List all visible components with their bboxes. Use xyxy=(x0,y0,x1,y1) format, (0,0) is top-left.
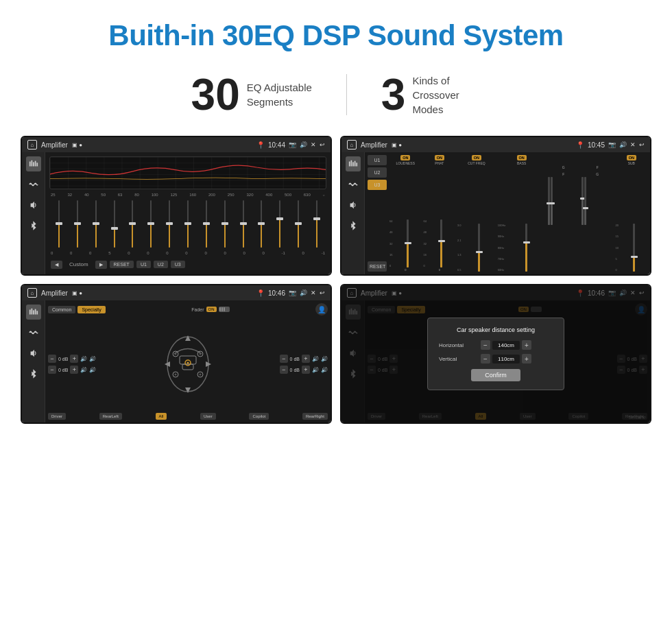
volume-icon-1: 🔊 xyxy=(300,141,307,148)
svg-rect-15 xyxy=(33,310,34,314)
svg-rect-8 xyxy=(350,160,352,167)
screen1: ⌂ Amplifier ▣ ● 📍 10:44 📷 🔊 ✕ ↩ xyxy=(21,136,332,276)
slider-13[interactable] xyxy=(272,200,288,248)
header-section: Buith-in 30EQ DSP Sound System xyxy=(0,0,672,59)
bluetooth-icon[interactable] xyxy=(26,218,41,233)
slider-2[interactable] xyxy=(69,200,86,248)
screen3-statusbar: ⌂ Amplifier ▣ ● 📍 10:46 📷 🔊 ✕ ↩ xyxy=(22,285,331,300)
eq-icon-2[interactable] xyxy=(346,156,361,171)
sliders-container xyxy=(49,200,326,248)
minus-left-1[interactable]: − xyxy=(48,355,56,363)
reset-btn[interactable]: RESET xyxy=(110,261,134,268)
bluetooth-icon-3[interactable] xyxy=(26,366,41,381)
horizontal-minus[interactable]: − xyxy=(481,340,490,350)
slider-4[interactable] xyxy=(106,200,123,248)
minus-left-2[interactable]: − xyxy=(48,366,56,374)
wave-icon-3[interactable] xyxy=(26,325,41,340)
u2-btn[interactable]: U2 xyxy=(154,261,168,268)
svg-point-23 xyxy=(187,362,189,364)
svg-rect-3 xyxy=(34,161,36,167)
horizontal-plus[interactable]: + xyxy=(522,340,531,350)
dialog-vertical-row: Vertical − 110cm + xyxy=(439,354,553,363)
slider-8[interactable] xyxy=(180,200,196,248)
channel-loudness: ON LOUDNESS 644832160 0 xyxy=(389,155,422,272)
play-icons-2: ▣ ● xyxy=(392,142,402,148)
minus-right-2[interactable]: − xyxy=(280,366,288,374)
plus-right-1[interactable]: + xyxy=(302,355,310,363)
car-diagram xyxy=(160,330,215,398)
slider-11[interactable] xyxy=(235,200,252,248)
driver-btn[interactable]: Driver xyxy=(48,413,66,420)
u1-preset[interactable]: U1 xyxy=(368,155,387,165)
slider-6[interactable] xyxy=(143,200,159,248)
screenshots-grid: ⌂ Amplifier ▣ ● 📍 10:44 📷 🔊 ✕ ↩ xyxy=(0,136,672,438)
slider-5[interactable] xyxy=(124,200,141,248)
play-icons-1: ▣ ● xyxy=(72,142,82,148)
u1-btn[interactable]: U1 xyxy=(136,261,151,268)
svg-marker-18 xyxy=(30,350,34,357)
svg-rect-13 xyxy=(29,310,30,315)
u3-btn[interactable]: U3 xyxy=(171,261,185,268)
slider-3[interactable] xyxy=(88,200,104,248)
svg-marker-32 xyxy=(185,335,191,341)
copilot-btn[interactable]: Copilot xyxy=(249,413,269,420)
plus-left-1[interactable]: + xyxy=(70,355,78,363)
all-btn[interactable]: All xyxy=(156,413,167,420)
stat-eq-number: 30 xyxy=(191,73,240,117)
rearright-btn[interactable]: RearRight xyxy=(302,413,328,420)
svg-rect-9 xyxy=(352,162,354,166)
speaker-icon-3[interactable] xyxy=(26,346,41,361)
slider-9[interactable] xyxy=(198,200,215,248)
wave-icon[interactable] xyxy=(26,177,41,192)
minus-right-1[interactable]: − xyxy=(280,355,288,363)
plus-left-2[interactable]: + xyxy=(70,366,78,374)
bluetooth-icon-2[interactable] xyxy=(346,218,361,233)
slider-14[interactable] xyxy=(290,200,307,248)
slider-10[interactable] xyxy=(217,200,233,248)
vertical-minus[interactable]: − xyxy=(481,354,490,363)
wave-icon-2[interactable] xyxy=(346,177,361,192)
slider-1[interactable] xyxy=(51,200,67,248)
speaker-icon[interactable] xyxy=(26,198,41,213)
svg-rect-11 xyxy=(356,163,357,166)
user-icon[interactable]: 👤 xyxy=(315,303,328,315)
svg-rect-0 xyxy=(29,162,30,167)
next-btn[interactable]: ▶ xyxy=(95,261,107,269)
svg-marker-5 xyxy=(30,202,34,209)
slider-7[interactable] xyxy=(161,200,178,248)
reset-preset[interactable]: RESET xyxy=(368,261,387,272)
common-btn[interactable]: Common xyxy=(48,306,75,313)
fader-label: Fader xyxy=(191,307,204,312)
specialty-btn[interactable]: Specialty xyxy=(77,306,105,313)
svg-point-29 xyxy=(175,374,177,376)
prev-btn[interactable]: ◀ xyxy=(51,261,62,269)
slider-values: 000500 000000 -10-1 xyxy=(49,251,326,255)
vertical-label: Vertical xyxy=(439,356,477,362)
plus-right-2[interactable]: + xyxy=(302,366,310,374)
eq-icon[interactable] xyxy=(26,156,41,171)
u2-preset[interactable]: U2 xyxy=(368,167,387,178)
home-icon[interactable]: ⌂ xyxy=(27,140,37,150)
volume-icon-2: 🔊 xyxy=(619,141,627,148)
slider-12[interactable] xyxy=(253,200,269,248)
home-icon-3[interactable]: ⌂ xyxy=(27,288,37,298)
db-right-1: − 0 dB + 🔊 🔊 xyxy=(280,355,328,363)
stats-row: 30 EQ AdjustableSegments 3 Kinds ofCross… xyxy=(0,59,672,136)
u3-preset[interactable]: U3 xyxy=(368,180,387,190)
svg-rect-2 xyxy=(33,162,34,166)
svg-marker-33 xyxy=(185,387,191,393)
speaker-icon-2[interactable] xyxy=(346,198,361,213)
user-btn[interactable]: User xyxy=(200,413,216,420)
fader-slider[interactable] xyxy=(219,307,230,312)
vertical-plus[interactable]: + xyxy=(522,354,531,363)
custom-label[interactable]: Custom xyxy=(65,260,93,269)
svg-point-27 xyxy=(200,353,202,355)
screen2: ⌂ Amplifier ▣ ● 📍 10:45 📷 🔊 ✕ ↩ xyxy=(340,136,651,276)
eq-controls: ◀ Custom ▶ RESET U1 U2 U3 xyxy=(49,259,326,270)
confirm-button[interactable]: Confirm xyxy=(471,369,520,381)
channel-fg1: GF xyxy=(548,155,580,272)
eq-icon-3[interactable] xyxy=(26,305,41,320)
slider-15[interactable] xyxy=(309,200,325,248)
home-icon-2[interactable]: ⌂ xyxy=(347,140,357,150)
rearleft-btn[interactable]: RearLeft xyxy=(99,413,122,420)
